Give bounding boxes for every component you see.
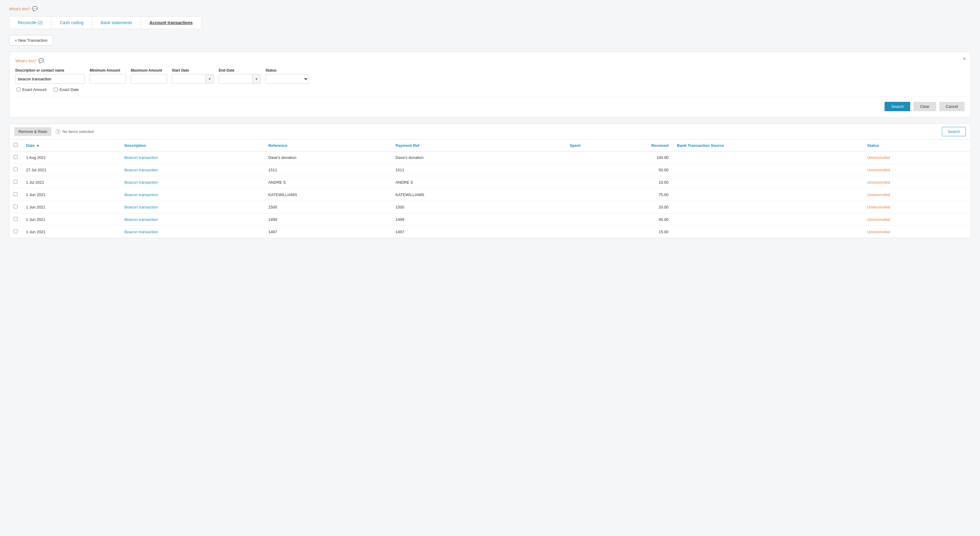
- tab-reconcile[interactable]: Reconcile (2): [10, 17, 51, 29]
- table-body: 1 Aug 2021 Beacon transaction Dave's don…: [10, 151, 971, 238]
- row-spent-3: [519, 189, 585, 201]
- filter-description-input[interactable]: [15, 74, 85, 84]
- help-icon[interactable]: ?: [56, 129, 60, 134]
- row-spent-2: [519, 176, 585, 189]
- filter-whats-this-icon: 💬: [38, 58, 44, 64]
- col-checkbox: [10, 140, 22, 151]
- row-description-4: Beacon transaction: [120, 201, 264, 213]
- filter-max-amount-input[interactable]: [131, 74, 167, 84]
- remove-redo-button[interactable]: Remove & Redo: [14, 127, 51, 136]
- filter-min-amount-input[interactable]: [90, 74, 126, 84]
- row-received-5: 45.00: [585, 213, 673, 226]
- data-table: Date ▼ Description Reference Payment Ref…: [9, 139, 971, 238]
- status-badge-2: Unreconciled: [867, 180, 890, 184]
- tab-bank-statements[interactable]: Bank statements: [92, 17, 141, 29]
- exact-amount-label[interactable]: Exact Amount: [17, 87, 46, 92]
- table-row: 1 Jun 2021 Beacon transaction 1497 1497 …: [10, 226, 971, 238]
- row-checkbox-4[interactable]: [14, 205, 18, 208]
- row-checkbox-3[interactable]: [14, 192, 18, 196]
- filter-close-button[interactable]: ×: [963, 56, 966, 62]
- table-search-button[interactable]: Search: [942, 127, 966, 136]
- filter-min-amount-label: Minimum Amount: [90, 68, 126, 73]
- new-transaction-button[interactable]: + New Transaction: [9, 35, 53, 46]
- row-status-5: Unreconciled: [863, 213, 970, 226]
- col-status[interactable]: Status: [863, 140, 970, 151]
- row-status-3: Unreconciled: [863, 189, 970, 201]
- row-bank-source-5: [673, 213, 863, 226]
- filter-status-label: Status: [266, 68, 309, 73]
- row-checkbox-0[interactable]: [14, 155, 18, 159]
- exact-date-checkbox[interactable]: [54, 87, 58, 92]
- row-date-3: 1 Jun 2021: [22, 189, 120, 201]
- row-description-link-6[interactable]: Beacon transaction: [124, 230, 158, 234]
- exact-amount-checkbox[interactable]: [17, 87, 21, 92]
- select-all-checkbox[interactable]: [14, 143, 18, 147]
- filter-clear-button[interactable]: Clear: [913, 102, 936, 111]
- row-spent-1: [519, 164, 585, 176]
- no-items-label: ? No items selected: [56, 129, 93, 134]
- filter-status-select[interactable]: Unreconciled Reconciled: [266, 75, 308, 83]
- row-date-4: 1 Jun 2021: [22, 201, 120, 213]
- whats-this-top: What's this? 💬: [9, 6, 971, 11]
- row-description-link-2[interactable]: Beacon transaction: [124, 180, 158, 184]
- col-reference[interactable]: Reference: [264, 140, 391, 151]
- row-description-link-1[interactable]: Beacon transaction: [124, 168, 158, 172]
- whats-this-top-link[interactable]: What's this?: [9, 6, 30, 11]
- status-badge-6: Unreconciled: [867, 230, 890, 234]
- filter-status-field: Status Unreconciled Reconciled: [266, 68, 309, 84]
- row-description-link-5[interactable]: Beacon transaction: [124, 217, 158, 222]
- filter-row-main: Description or contact name Minimum Amou…: [15, 68, 965, 84]
- row-reference-5: 1499: [264, 213, 391, 226]
- row-payment-ref-3: KATEWILLIAMS: [391, 189, 519, 201]
- row-payment-ref-0: Dave's donation: [391, 151, 519, 164]
- exact-date-label[interactable]: Exact Date: [54, 87, 79, 92]
- row-reference-0: Dave's donation: [264, 151, 391, 164]
- row-reference-2: ANDRE S: [264, 176, 391, 189]
- table-row: 1 Jul 2021 Beacon transaction ANDRE S AN…: [10, 176, 971, 189]
- filter-start-date-input[interactable]: [172, 75, 205, 83]
- row-description-1: Beacon transaction: [120, 164, 264, 176]
- filter-search-button[interactable]: Search: [885, 102, 910, 111]
- row-bank-source-3: [673, 189, 863, 201]
- filter-start-date-dropdown[interactable]: ▼: [205, 74, 213, 83]
- row-description-link-0[interactable]: Beacon transaction: [124, 155, 158, 160]
- row-checkbox-2[interactable]: [14, 180, 18, 184]
- filter-max-amount-field: Maximum Amount: [131, 68, 167, 84]
- row-checkbox-1[interactable]: [14, 167, 18, 171]
- status-badge-5: Unreconciled: [867, 217, 890, 222]
- row-bank-source-2: [673, 176, 863, 189]
- filter-actions: Search Clear Cancel: [15, 97, 965, 111]
- row-received-0: 100.00: [585, 151, 673, 164]
- row-received-1: 50.00: [585, 164, 673, 176]
- table-row: 1 Jun 2021 Beacon transaction KATEWILLIA…: [10, 189, 971, 201]
- filter-end-date-input[interactable]: [219, 75, 252, 83]
- filter-end-date-dropdown[interactable]: ▼: [252, 74, 260, 83]
- row-description-6: Beacon transaction: [120, 226, 264, 238]
- filter-whats-this-link[interactable]: What's this?: [15, 59, 37, 63]
- col-received[interactable]: Received: [585, 140, 673, 151]
- row-bank-source-6: [673, 226, 863, 238]
- row-checkbox-5[interactable]: [14, 217, 18, 221]
- col-description[interactable]: Description: [120, 140, 264, 151]
- whats-this-top-icon: 💬: [32, 6, 38, 11]
- status-badge-0: Unreconciled: [867, 155, 890, 160]
- row-reference-6: 1497: [264, 226, 391, 238]
- filter-start-date-field: Start Date ▼: [172, 68, 214, 84]
- filter-status-select-wrap: Unreconciled Reconciled: [266, 74, 309, 84]
- row-description-link-3[interactable]: Beacon transaction: [124, 192, 158, 197]
- row-description-link-4[interactable]: Beacon transaction: [124, 205, 158, 209]
- col-date[interactable]: Date ▼: [22, 140, 120, 151]
- row-checkbox-cell: [10, 213, 22, 226]
- table-toolbar: Remove & Redo ? No items selected Search: [9, 124, 971, 139]
- status-badge-4: Unreconciled: [867, 205, 890, 209]
- filter-cancel-button[interactable]: Cancel: [939, 102, 965, 111]
- col-payment-ref[interactable]: Payment Ref: [391, 140, 519, 151]
- col-bank-transaction-source[interactable]: Bank Transaction Source: [673, 140, 863, 151]
- filter-description-field: Description or contact name: [15, 68, 85, 84]
- tab-cash-coding[interactable]: Cash coding: [51, 17, 92, 29]
- row-bank-source-1: [673, 164, 863, 176]
- row-checkbox-6[interactable]: [14, 229, 18, 233]
- row-spent-6: [519, 226, 585, 238]
- tab-account-transactions[interactable]: Account transactions: [141, 17, 201, 29]
- col-spent[interactable]: Spent: [519, 140, 585, 151]
